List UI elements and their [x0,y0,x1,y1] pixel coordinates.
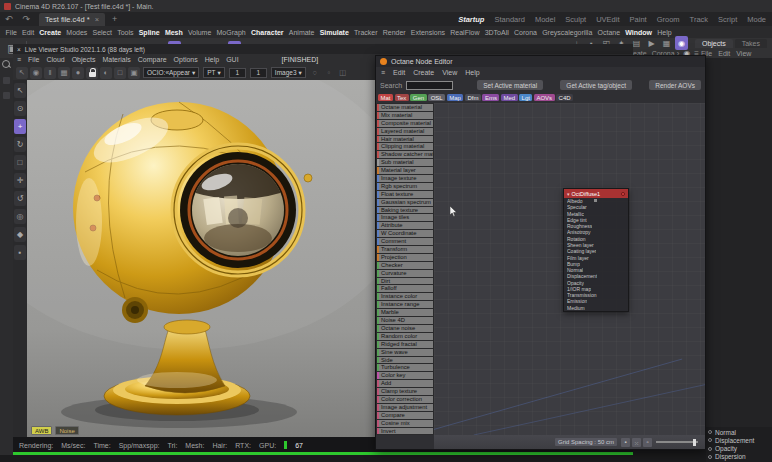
menu-item[interactable]: Help [655,29,675,36]
picker-tool-icon[interactable]: ⊙ [14,101,26,116]
close-tab-icon[interactable]: × [95,15,99,24]
grid-view-icon[interactable]: ▪ [621,438,630,447]
undo-icon[interactable]: ↶ [0,14,18,24]
set-active-material-button[interactable]: Set Active material [477,80,543,90]
denoise-icon[interactable]: ○ [309,67,321,79]
node-type-item[interactable]: Image adjustment [377,404,433,411]
move-tool-icon[interactable]: + [14,119,26,134]
focus-tool-icon[interactable]: ◎ [14,209,26,224]
category-chip[interactable]: Lgt [519,94,532,101]
menu-item[interactable]: File [3,29,19,36]
menu-item[interactable]: Corona [511,29,539,36]
node-type-item[interactable]: Baking texture [377,207,433,214]
node-header[interactable]: ▾ OctDiffuse1 [564,189,628,198]
menu-item[interactable]: Character [248,29,286,36]
menu-item[interactable]: 3DToAll [482,29,511,36]
om-menu-item[interactable]: View [736,50,751,57]
live-viewer-tab[interactable]: × Live Viewer Studio 2021.1.6 (88 days l… [13,44,633,54]
node-type-item[interactable]: Material layer [377,167,433,174]
menu-item[interactable]: RealFlow [448,29,482,36]
menu-item[interactable]: Extensions [408,29,447,36]
node-type-item[interactable]: Compare [377,412,433,419]
menu-item[interactable]: Modes [64,29,90,36]
node-type-item[interactable]: Image tiles [377,214,433,221]
new-tab-button[interactable]: + [112,14,117,24]
menu-item[interactable]: Mesh [162,29,185,36]
camera-lock-icon[interactable]: ◉ [30,67,42,79]
pan-tool-icon[interactable]: ✛ [14,173,26,188]
menu-item[interactable]: Tracker [351,29,380,36]
pick-material-icon[interactable]: ● [72,67,84,79]
node-type-item[interactable]: Composite material [377,120,433,127]
menu-item[interactable]: Simulate [317,29,351,36]
menu-item[interactable]: Edit [19,29,36,36]
background-icon[interactable]: ▣ [128,67,140,79]
node-type-item[interactable]: Invert [377,428,433,435]
node-type-item[interactable]: Float texture [377,191,433,198]
select-arrow-icon[interactable]: ↖ [16,67,28,79]
search-input[interactable] [406,81,452,90]
node-type-item[interactable]: Shadow catcher mat [377,151,433,158]
menu-item[interactable]: Render [380,29,408,36]
node-color-dot[interactable] [621,192,625,196]
material-node[interactable]: ▾ OctDiffuse1 + Albedo [563,188,629,312]
layout-tab[interactable]: Track [690,15,708,24]
category-chip[interactable]: Map [447,94,464,101]
lv-menu-item[interactable]: Compare [138,56,167,63]
menu-item[interactable]: Select [90,29,115,36]
node-type-item[interactable]: Clamp texture [377,388,433,395]
node-type-item[interactable]: Comment [377,238,433,245]
tile-view-icon[interactable]: ⁙ [632,438,641,447]
pointer-tool-icon[interactable]: ↖ [14,83,26,98]
clay-mode-icon[interactable]: □ [114,67,126,79]
palette-tool-icon[interactable] [3,77,10,84]
pause-icon[interactable]: ‖ [44,67,56,79]
zoom-slider-handle[interactable] [693,439,696,446]
menu-item[interactable]: Tools [115,29,137,36]
lock-icon[interactable] [86,67,98,79]
layout-tab[interactable]: Startup [458,15,484,24]
node-type-item[interactable]: Mix material [377,112,433,119]
category-chip[interactable]: Ems [482,94,499,101]
search-icon[interactable] [2,60,11,69]
node-type-item[interactable]: Ridged fractal [377,341,433,348]
redo-icon[interactable]: ↷ [18,14,36,24]
node-type-item[interactable]: Sine wave [377,349,433,356]
lv-hamburger-icon[interactable]: ≡ [17,56,21,63]
layout-tab[interactable]: Paint [630,15,647,24]
node-type-item[interactable]: Falloff [377,285,433,292]
node-type-item[interactable]: Transform [377,246,433,253]
render-aovs-button[interactable]: Render AOVs [649,80,701,90]
ne-menu-item[interactable]: View [442,69,457,76]
save-image-icon[interactable]: ◫ [337,67,349,79]
close-icon[interactable]: × [17,46,21,53]
node-output-port[interactable] [594,199,597,202]
node-type-item[interactable]: Color correction [377,396,433,403]
lv-menu-item[interactable]: GUI [226,56,238,63]
layout-tab[interactable]: Groom [657,15,680,24]
compare-icon[interactable]: ◐ [100,67,112,79]
ne-menu-item[interactable]: Create [413,69,434,76]
node-type-item[interactable]: Octane material [377,104,433,111]
node-type-item[interactable]: Gaussian spectrum [377,199,433,206]
palette-tool-icon[interactable] [3,92,10,99]
node-type-item[interactable]: Projection [377,254,433,261]
viewport-badge[interactable]: Noise [55,426,78,435]
node-type-item[interactable]: Cosine mix [377,420,433,427]
node-type-item[interactable]: W Coordinate [377,230,433,237]
lv-menu-item[interactable]: File [28,56,39,63]
layout-tab[interactable]: UVEdit [596,15,619,24]
menu-item[interactable]: Spline [136,29,162,36]
category-chip[interactable]: AOVs [534,94,555,101]
camera-tool-icon[interactable]: ▪ [14,245,26,260]
ne-menu-item[interactable]: Help [465,69,479,76]
menu-item[interactable]: MoGraph [214,29,248,36]
menu-item[interactable]: Animate [286,29,317,36]
node-type-item[interactable]: Noise 4D [377,317,433,324]
lv-menu-item[interactable]: Materials [102,56,130,63]
menu-item[interactable]: Greyscalegorilla [540,29,595,36]
collapse-icon[interactable]: ▾ [567,191,570,197]
res-field-b[interactable]: 1 [250,68,267,78]
category-chip[interactable]: Mat [378,94,393,101]
node-type-item[interactable]: Side [377,357,433,364]
